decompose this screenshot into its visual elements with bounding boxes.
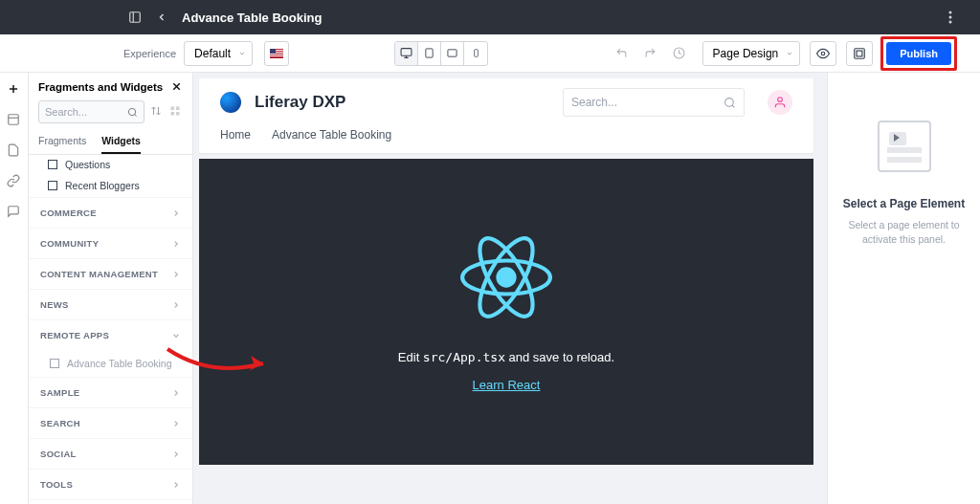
experience-dropdown[interactable]: Default — [184, 41, 253, 66]
liferay-logo-icon — [220, 92, 241, 113]
locale-button[interactable] — [264, 41, 289, 66]
tab-widgets[interactable]: Widgets — [101, 129, 141, 154]
svg-rect-15 — [448, 50, 457, 56]
nav-home[interactable]: Home — [220, 128, 251, 142]
device-tablet-button[interactable] — [418, 42, 441, 65]
widget-item-questions[interactable]: Questions — [29, 155, 192, 176]
page-design-label: Page Design — [713, 47, 779, 60]
svg-rect-8 — [270, 54, 283, 55]
svg-rect-11 — [401, 49, 412, 56]
canvas[interactable]: Liferay DXP Search... Home Advance Table… — [193, 73, 827, 504]
svg-rect-31 — [171, 107, 175, 111]
category-search[interactable]: SEARCH — [29, 407, 192, 438]
history-button[interactable] — [668, 42, 691, 65]
learn-react-link[interactable]: Learn React — [473, 378, 541, 392]
device-desktop-button[interactable] — [395, 42, 418, 65]
icon-rail — [0, 73, 29, 504]
right-panel-title: Select a Page Element — [843, 197, 965, 210]
page-search-input[interactable]: Search... — [563, 88, 745, 117]
publish-button[interactable]: Publish — [886, 42, 951, 65]
sidebar-toggle-icon[interactable] — [128, 11, 142, 24]
rail-mapping-icon[interactable] — [7, 174, 22, 189]
right-panel-description: Select a page element to activate this p… — [841, 218, 967, 246]
experience-value: Default — [194, 47, 231, 60]
svg-rect-32 — [176, 107, 180, 111]
panel-search-input[interactable]: Search... — [38, 100, 145, 123]
category-content-management[interactable]: CONTENT MANAGEMENT — [29, 258, 192, 289]
svg-rect-16 — [474, 50, 478, 57]
page-header-block[interactable]: Liferay DXP Search... Home Advance Table… — [199, 78, 813, 153]
sub-toolbar: Experience Default Page Design Publish — [0, 34, 980, 73]
category-sample[interactable]: SAMPLE — [29, 377, 192, 407]
nav-advance-table-booking[interactable]: Advance Table Booking — [272, 128, 391, 142]
rail-page-icon[interactable] — [7, 143, 22, 159]
svg-rect-34 — [176, 112, 180, 116]
svg-point-35 — [725, 98, 734, 106]
svg-rect-33 — [171, 112, 175, 116]
category-commerce[interactable]: COMMERCE — [29, 197, 192, 228]
category-remote-apps[interactable]: REMOTE APPS — [29, 319, 192, 350]
svg-rect-14 — [426, 49, 433, 57]
rail-browser-icon[interactable] — [7, 113, 22, 128]
topbar: Advance Table Booking — [0, 0, 980, 34]
undo-button[interactable] — [611, 42, 634, 65]
brand-name: Liferay DXP — [255, 93, 345, 112]
avatar[interactable] — [768, 90, 792, 115]
page-design-dropdown[interactable]: Page Design — [702, 41, 801, 66]
close-icon[interactable] — [170, 80, 183, 93]
fragments-widgets-panel: Fragments and Widgets Search... Fragment… — [29, 73, 193, 504]
settings-button[interactable] — [846, 41, 873, 66]
svg-rect-10 — [270, 49, 276, 54]
svg-point-18 — [822, 52, 826, 55]
page-title: Advance Table Booking — [182, 11, 322, 25]
category-community[interactable]: COMMUNITY — [29, 228, 192, 258]
back-icon[interactable] — [155, 11, 168, 24]
svg-point-38 — [498, 269, 514, 285]
svg-rect-9 — [270, 55, 283, 56]
svg-point-27 — [128, 108, 135, 115]
svg-rect-23 — [8, 115, 18, 125]
tab-fragments[interactable]: Fragments — [38, 129, 86, 154]
svg-point-37 — [778, 98, 783, 102]
device-preview-group — [394, 41, 488, 66]
react-app-widget[interactable]: Edit src/App.tsx and save to reload. Lea… — [199, 159, 813, 465]
redo-button[interactable] — [639, 42, 662, 65]
right-panel: Select a Page Element Select a page elem… — [827, 73, 980, 504]
widget-item-recent-bloggers[interactable]: Recent Bloggers — [29, 176, 192, 197]
react-logo-icon — [460, 231, 552, 323]
publish-highlight: Publish — [880, 36, 957, 71]
svg-line-28 — [135, 114, 137, 116]
svg-rect-0 — [130, 12, 141, 23]
svg-point-4 — [949, 21, 952, 24]
category-news[interactable]: NEWS — [29, 289, 192, 319]
react-edit-text: Edit src/App.tsx and save to reload. — [398, 350, 614, 364]
remote-app-item-advance-table-booking[interactable]: Advance Table Booking — [29, 350, 192, 377]
sort-icon[interactable] — [150, 105, 164, 119]
device-phone-button[interactable] — [464, 42, 487, 65]
svg-point-2 — [949, 11, 952, 14]
experience-label: Experience — [123, 48, 176, 59]
preview-button[interactable] — [810, 41, 836, 66]
category-social[interactable]: SOCIAL — [29, 438, 192, 469]
rail-add-icon[interactable] — [7, 82, 22, 98]
svg-point-3 — [949, 16, 952, 19]
svg-line-36 — [732, 105, 734, 107]
rail-comments-icon[interactable] — [7, 205, 22, 220]
empty-state-illustration — [878, 121, 931, 172]
category-wiki[interactable]: WIKI — [29, 499, 192, 504]
svg-rect-19 — [855, 48, 865, 58]
more-icon[interactable] — [944, 11, 957, 24]
category-tools[interactable]: TOOLS — [29, 469, 192, 499]
grid-view-icon[interactable] — [169, 105, 183, 119]
svg-rect-20 — [857, 51, 862, 56]
panel-title: Fragments and Widgets — [38, 81, 163, 93]
device-tablet-landscape-button[interactable] — [441, 42, 464, 65]
